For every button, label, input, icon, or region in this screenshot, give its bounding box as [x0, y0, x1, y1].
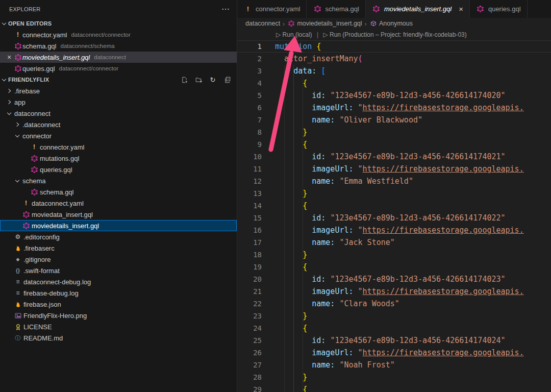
chevron-right-icon[interactable]	[5, 98, 13, 106]
code-text: name: "Clara Woods"	[275, 298, 551, 310]
code-line[interactable]: 12 name: "Emma Westfield"	[237, 175, 551, 187]
open-editors-section-header[interactable]: OPEN EDITORS	[0, 18, 237, 29]
collapse-folders-button[interactable]	[222, 76, 232, 84]
code-line[interactable]: 20 id: "123e4567-e89b-12d3-a456-42661417…	[237, 273, 551, 285]
code-line[interactable]: 6 imageUrl: "https://firebasestorage.goo…	[237, 102, 551, 114]
open-editor-item[interactable]: !connector.yamldataconnect/connector	[0, 29, 237, 40]
run-local-link[interactable]: ▷ Run (local)	[276, 31, 312, 38]
tree-folder-connector[interactable]: connector	[0, 130, 237, 141]
info-icon: ⓘ	[13, 334, 22, 342]
tab-connector.yaml[interactable]: !connector.yaml	[237, 0, 307, 18]
code-line[interactable]: 15 id: "123e4567-e89b-12d3-a456-42661417…	[237, 212, 551, 224]
code-line[interactable]: 25 id: "123e4567-e89b-12d3-a456-42661417…	[237, 334, 551, 347]
tree-item-firebase-debug.log[interactable]: ≡firebase-debug.log	[0, 287, 237, 299]
code-line[interactable]: 10 id: "123e4567-e89b-12d3-a456-42661417…	[237, 151, 551, 163]
code-line[interactable]: 11 imageUrl: "https://firebasestorage.go…	[237, 163, 551, 175]
tree-item-label: mutations.gql	[40, 155, 79, 162]
line-number: 21	[237, 285, 275, 298]
run-production-link[interactable]: ▷ Run (Production – Project: friendly-fl…	[323, 31, 466, 38]
code-line[interactable]: 14 {	[237, 200, 551, 212]
code-line[interactable]: 8 }	[237, 126, 551, 138]
code-line[interactable]: 16 imageUrl: "https://firebasestorage.go…	[237, 224, 551, 236]
breadcrumb-item[interactable]: Anonymous	[379, 20, 413, 27]
tree-item-.firebaserc[interactable]: .firebaserc	[0, 242, 237, 254]
tree-item-moviedata_insert.gql[interactable]: moviedata_insert.gql	[0, 209, 237, 220]
new-file-button[interactable]	[180, 76, 189, 84]
code-line[interactable]: 13 }	[237, 187, 551, 200]
close-icon[interactable]: ×	[5, 54, 13, 61]
tree-item-.gitignore[interactable]: ◆.gitignore	[0, 254, 237, 265]
tree-item-dataconnect-debug.log[interactable]: ≡dataconnect-debug.log	[0, 276, 237, 287]
chevron-down-icon[interactable]	[13, 132, 21, 140]
new-folder-button[interactable]	[194, 76, 203, 84]
code-line[interactable]: 21 imageUrl: "https://firebasestorage.go…	[237, 285, 551, 298]
tab-queries.gql[interactable]: queries.gql	[470, 0, 528, 18]
code-line[interactable]: 18 }	[237, 249, 551, 261]
chevron-down-icon	[0, 19, 8, 28]
chevron-right-icon[interactable]	[13, 120, 21, 129]
tree-item-README.md[interactable]: ⓘREADME.md	[0, 332, 237, 344]
more-actions-icon[interactable]: ⋯	[221, 5, 230, 13]
tree-item-firebase.json[interactable]: firebase.json	[0, 299, 237, 310]
code-text: {	[275, 383, 551, 392]
tree-folder-.firebase[interactable]: .firebase	[0, 85, 237, 96]
tree-item-queries.gql[interactable]: queries.gql	[0, 164, 237, 175]
code-line[interactable]: 19 {	[237, 261, 551, 273]
graphql-icon	[30, 165, 39, 174]
tree-folder-app[interactable]: app	[0, 96, 237, 108]
code-text: imageUrl: "https://firebasestorage.googl…	[275, 285, 551, 298]
graphql-icon	[30, 154, 39, 162]
code-line[interactable]: 9 {	[237, 138, 551, 151]
codelens: ▷ Run (local) | ▷ Run (Production – Proj…	[237, 29, 551, 40]
tree-folder-schema[interactable]: schema	[0, 175, 237, 186]
tree-folder-.dataconnect[interactable]: .dataconnect	[0, 119, 237, 130]
tab-schema.gql[interactable]: schema.gql	[307, 0, 365, 18]
tree-item-FriendlyFlix-Hero.png[interactable]: FriendlyFlix-Hero.png	[0, 310, 237, 321]
code-line[interactable]: 3 data: [	[237, 65, 551, 77]
line-number: 17	[237, 236, 275, 249]
breadcrumb-item[interactable]: moviedetails_insert.gql	[297, 20, 362, 27]
tree-item-.editorconfig[interactable]: ⚙.editorconfig	[0, 231, 237, 242]
tree-item-label: dataconnect	[14, 110, 51, 117]
tree-item-label: .dataconnect	[22, 121, 60, 129]
chevron-down-icon[interactable]	[13, 177, 21, 185]
workspace-section-header[interactable]: FRIENDLYFLIX ↻	[0, 74, 237, 85]
code-line[interactable]: 26 imageUrl: "https://firebasestorage.go…	[237, 347, 551, 359]
graphql-icon	[476, 5, 485, 13]
code-line[interactable]: 2 actor_insertMany(	[237, 53, 551, 65]
code-line[interactable]: 22 name: "Clara Woods"	[237, 298, 551, 310]
tree-item-moviedetails_insert.gql[interactable]: moviedetails_insert.gql	[0, 220, 237, 231]
tree-item-connector.yaml[interactable]: !connector.yaml	[0, 141, 237, 153]
tree-item-label: .gitignore	[23, 256, 51, 263]
chevron-right-icon[interactable]	[5, 87, 13, 95]
tree-item-LICENSE[interactable]: LICENSE	[0, 321, 237, 332]
tree-folder-dataconnect[interactable]: dataconnect	[0, 108, 237, 119]
open-editor-item[interactable]: queries.gqldataconnect/connector	[0, 63, 237, 74]
tree-item-label: queries.gql	[40, 166, 72, 174]
code-line[interactable]: 29 {	[237, 383, 551, 392]
line-number: 29	[237, 383, 275, 392]
code-line[interactable]: 7 name: "Oliver Blackwood"	[237, 114, 551, 126]
refresh-explorer-button[interactable]: ↻	[208, 76, 217, 84]
tree-item-schema.gql[interactable]: schema.gql	[0, 186, 237, 198]
breadcrumb-item[interactable]: dataconnect	[245, 20, 280, 27]
chevron-down-icon[interactable]	[5, 109, 13, 117]
tree-item-label: moviedetails_insert.gql	[32, 222, 99, 230]
open-editor-item[interactable]: ×moviedetails_insert.gqldataconnect	[0, 52, 237, 63]
breadcrumb-separator: ›	[365, 20, 367, 28]
code-line[interactable]: 28 }	[237, 371, 551, 383]
code-editor[interactable]: ▷ Run (local) | ▷ Run (Production – Proj…	[237, 29, 551, 392]
close-icon[interactable]: ×	[459, 5, 463, 13]
code-line[interactable]: 4 {	[237, 77, 551, 89]
code-line[interactable]: 27 name: "Noah Frost"	[237, 359, 551, 371]
code-line[interactable]: 17 name: "Jack Stone"	[237, 236, 551, 249]
tree-item-mutations.gql[interactable]: mutations.gql	[0, 153, 237, 164]
code-line[interactable]: 24 {	[237, 322, 551, 334]
code-line[interactable]: 23 }	[237, 310, 551, 322]
tree-item-dataconnect.yaml[interactable]: !dataconnect.yaml	[0, 198, 237, 209]
tree-item-.swift-format[interactable]: {}.swift-format	[0, 265, 237, 276]
open-editor-item[interactable]: schema.gqldataconnect/schema	[0, 40, 237, 52]
code-line[interactable]: 1mutation {	[237, 40, 551, 53]
code-line[interactable]: 5 id: "123e4567-e89b-12d3-a456-426614174…	[237, 89, 551, 102]
tab-moviedetails_insert.gql[interactable]: moviedetails_insert.gql×	[366, 0, 470, 18]
